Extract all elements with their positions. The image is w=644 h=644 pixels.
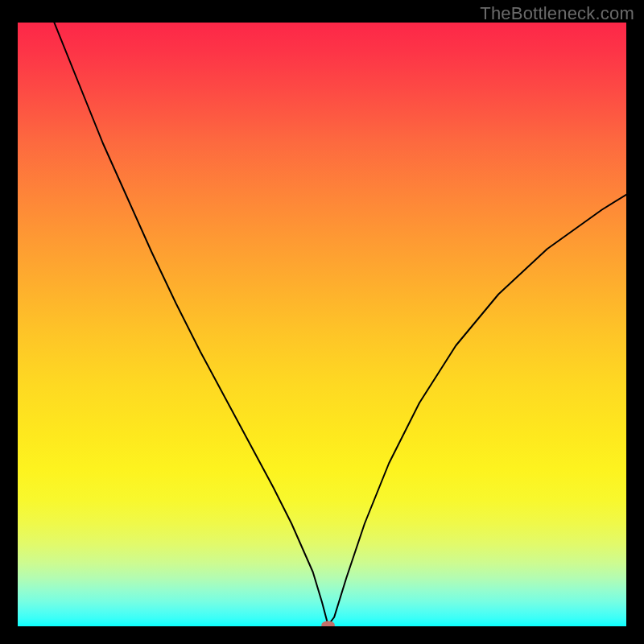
bottleneck-curve — [54, 23, 626, 625]
plot-area — [18, 23, 626, 626]
minimum-marker — [321, 621, 335, 626]
chart-frame: TheBottleneck.com — [0, 0, 644, 644]
curve-svg — [18, 23, 626, 626]
watermark-text: TheBottleneck.com — [480, 3, 634, 24]
